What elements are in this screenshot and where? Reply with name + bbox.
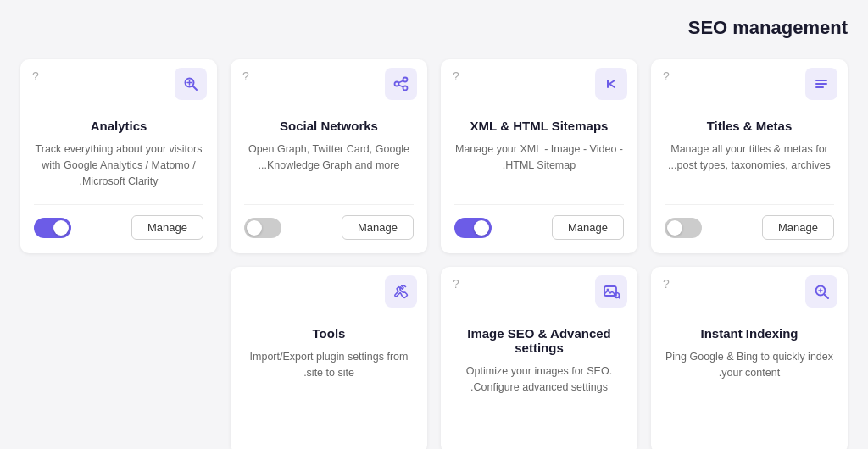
card-desc-tools: Import/Export plugin settings from .site… [244, 349, 414, 381]
svg-point-5 [403, 86, 408, 91]
manage-button-titles-metas[interactable]: Manage [762, 215, 834, 240]
cards-row-2: Tools Import/Export plugin settings from… [20, 267, 848, 449]
sitemaps-icon [603, 75, 620, 92]
page-title: SEO management [20, 17, 848, 39]
card-body-titles-metas: Titles & Metas Manage all your titles & … [665, 119, 834, 189]
icon-wrap-instant-indexing [805, 275, 837, 308]
svg-line-8 [398, 85, 403, 87]
card-title-titles-metas: Titles & Metas [707, 119, 793, 133]
card-title-instant-indexing: Instant Indexing [700, 326, 798, 341]
help-icon-social-networks[interactable]: ? [242, 69, 249, 83]
svg-line-1 [193, 86, 198, 91]
help-icon-xml-html-sitemaps[interactable]: ? [453, 69, 459, 83]
toggle-thumb-social-networks [247, 220, 262, 236]
toggle-xml-html-sitemaps[interactable] [454, 218, 492, 238]
toggle-thumb-titles-metas [667, 220, 682, 236]
card-desc-social-networks: Open Graph, Twitter Card, Google ...Know… [244, 141, 414, 174]
card-xml-html-sitemaps: ? XML & HTML Sitemaps Manage your XML - … [441, 59, 637, 253]
manage-button-social-networks[interactable]: Manage [342, 215, 414, 240]
icon-wrap-xml-html-sitemaps [595, 68, 627, 100]
icon-wrap-analytics [175, 68, 207, 100]
toggle-thumb-analytics [53, 220, 69, 236]
svg-line-7 [398, 80, 403, 83]
card-title-social-networks: Social Networks [280, 119, 378, 133]
help-icon-image-seo[interactable]: ? [453, 277, 459, 291]
card-empty-1 [20, 267, 217, 449]
icon-wrap-social-networks [385, 68, 417, 100]
card-body-social-networks: Social Networks Open Graph, Twitter Card… [244, 119, 414, 189]
icon-wrap-titles-metas [805, 68, 837, 100]
card-desc-instant-indexing: Ping Google & Bing to quickly index .you… [665, 349, 834, 381]
cards-row-1: ? Analytics Track everything about your … [20, 59, 848, 253]
instant-indexing-icon [813, 283, 830, 300]
card-titles-metas: ? Titles & Metas Manage all your titles … [651, 59, 848, 253]
card-body-xml-html-sitemaps: XML & HTML Sitemaps Manage your XML - Im… [454, 119, 624, 189]
toggle-social-networks[interactable] [244, 218, 281, 238]
card-desc-image-seo: Optimize your images for SEO. .Configure… [454, 363, 624, 396]
card-desc-titles-metas: Manage all your titles & metas for ...po… [665, 141, 834, 174]
card-title-xml-html-sitemaps: XML & HTML Sitemaps [470, 119, 609, 133]
svg-point-6 [395, 82, 399, 86]
card-title-image-seo: Image SEO & Advanced settings [454, 326, 624, 355]
toggle-analytics[interactable] [34, 218, 71, 238]
image-seo-icon [603, 283, 620, 300]
card-tools: Tools Import/Export plugin settings from… [231, 267, 427, 449]
svg-line-18 [825, 295, 829, 299]
manage-button-xml-html-sitemaps[interactable]: Manage [552, 215, 624, 240]
social-networks-icon [392, 75, 409, 92]
svg-line-16 [619, 297, 620, 298]
icon-wrap-image-seo [595, 275, 627, 308]
card-title-analytics: Analytics [91, 119, 147, 133]
card-footer-social-networks: Manage [244, 204, 414, 240]
icon-wrap-tools [385, 275, 417, 308]
tools-icon [392, 283, 409, 300]
card-footer-titles-metas: Manage [665, 204, 834, 240]
card-body-image-seo: Image SEO & Advanced settings Optimize y… [454, 326, 624, 440]
card-image-seo: ? Image SEO & Advanced settings Optimize… [441, 267, 637, 449]
card-analytics: ? Analytics Track everything about your … [20, 59, 217, 253]
card-body-instant-indexing: Instant Indexing Ping Google & Bing to q… [665, 326, 834, 440]
card-body-analytics: Analytics Track everything about your vi… [34, 119, 203, 189]
card-social-networks: ? Social Networks Open Graph, Twitter Ca… [231, 59, 427, 253]
toggle-titles-metas[interactable] [665, 218, 702, 238]
help-icon-titles-metas[interactable]: ? [663, 69, 670, 83]
toggle-thumb-xml-html-sitemaps [474, 220, 489, 236]
titles-metas-icon [813, 75, 830, 92]
card-desc-xml-html-sitemaps: Manage your XML - Image - Video - .HTML … [454, 141, 624, 174]
svg-point-4 [403, 78, 408, 82]
analytics-icon [182, 75, 199, 92]
help-icon-instant-indexing[interactable]: ? [663, 277, 670, 291]
card-desc-analytics: Track everything about your visitors wit… [34, 141, 203, 189]
card-body-tools: Tools Import/Export plugin settings from… [244, 326, 414, 440]
card-footer-analytics: Manage [34, 204, 203, 240]
card-title-tools: Tools [313, 326, 346, 341]
card-instant-indexing: ? Instant Indexing Ping Google & Bing to… [651, 267, 848, 449]
card-footer-xml-html-sitemaps: Manage [454, 204, 624, 240]
help-icon-analytics[interactable]: ? [32, 69, 39, 83]
manage-button-analytics[interactable]: Manage [131, 215, 203, 240]
